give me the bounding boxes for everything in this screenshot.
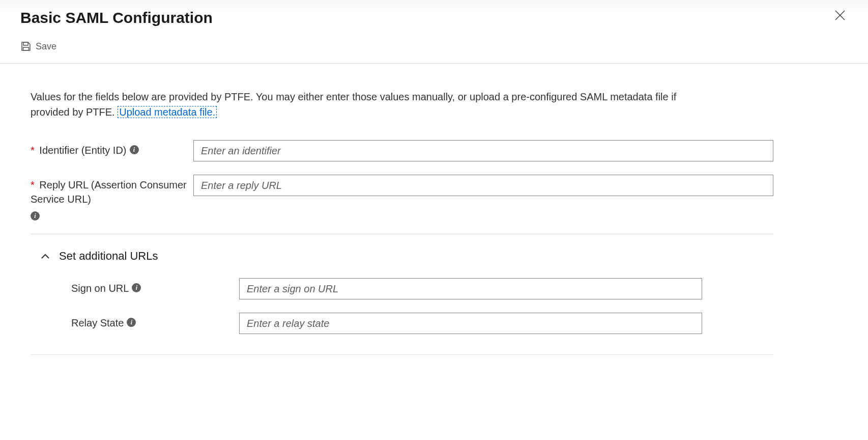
identifier-label-text: Identifier (Entity ID) [39,145,126,156]
info-icon[interactable]: i [31,211,40,221]
relay-state-label-text: Relay State [71,316,124,330]
identifier-row: * Identifier (Entity ID) i [31,140,837,161]
sign-on-url-row: Sign on URL i [71,278,837,299]
relay-state-row: Relay State i [71,313,837,334]
toolbar: Save [0,32,868,64]
additional-urls-fields: Sign on URL i Relay State i [31,278,837,334]
svg-rect-2 [23,42,28,45]
info-icon[interactable]: i [132,283,141,292]
required-marker: * [31,145,35,156]
save-button-label: Save [36,41,56,52]
identifier-label: * Identifier (Entity ID) i [31,140,193,157]
upload-metadata-link[interactable]: Upload metadata file. [118,106,217,118]
sign-on-url-input[interactable] [239,278,702,299]
save-icon [20,41,32,52]
reply-url-input[interactable] [193,175,773,196]
chevron-up-icon [41,253,50,259]
reply-url-label-text: Reply URL (Assertion Consumer Service UR… [31,179,187,205]
page-title: Basic SAML Configuration [20,9,213,26]
content-area: Values for the fields below are provided… [0,64,868,365]
section-divider [31,234,773,234]
bottom-scrim [0,409,868,440]
identifier-input[interactable] [193,140,773,161]
reply-url-row: * Reply URL (Assertion Consumer Service … [31,175,837,218]
close-icon[interactable] [832,9,848,23]
svg-rect-3 [23,47,29,50]
reply-url-label: * Reply URL (Assertion Consumer Service … [31,175,193,218]
sign-on-url-label-text: Sign on URL [71,281,129,295]
panel-header: Basic SAML Configuration [0,0,868,32]
additional-urls-toggle[interactable]: Set additional URLs [31,244,837,278]
info-icon[interactable]: i [127,318,136,327]
save-button[interactable]: Save [20,41,56,52]
additional-urls-title: Set additional URLs [59,250,158,263]
relay-state-input[interactable] [239,313,702,334]
bottom-divider [31,354,773,355]
required-marker: * [31,179,35,190]
relay-state-label: Relay State i [71,313,239,330]
sign-on-url-label: Sign on URL i [71,278,239,295]
info-icon[interactable]: i [130,145,139,154]
description-text: Values for the fields below are provided… [31,89,692,120]
